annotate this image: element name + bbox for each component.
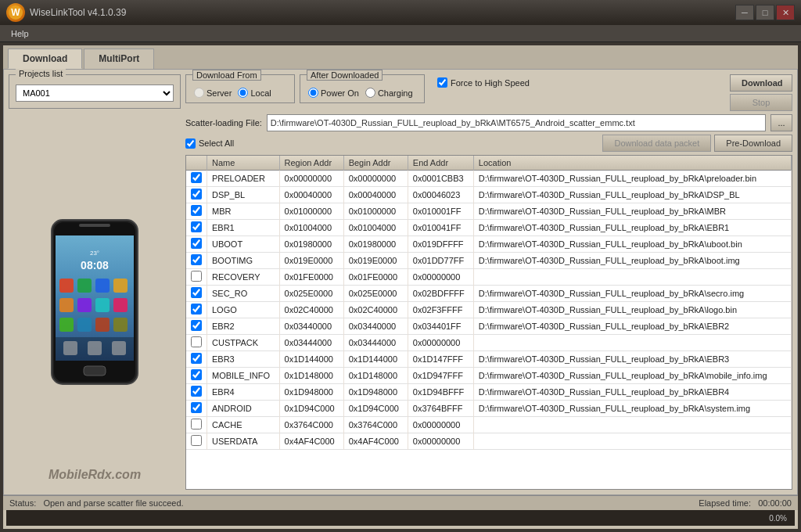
progress-text: 0.0% xyxy=(769,514,787,523)
row-end: 0x00000000 xyxy=(408,417,473,433)
scatter-label: Scatter-loading File: xyxy=(185,118,262,128)
row-checkbox[interactable] xyxy=(191,304,202,315)
right-buttons: Download Stop xyxy=(730,74,792,111)
row-checkbox-cell[interactable] xyxy=(186,286,207,302)
table-row[interactable]: SEC_RO 0x025E0000 0x025E0000 0x02BDFFFF … xyxy=(186,286,792,302)
row-checkbox[interactable] xyxy=(191,221,202,232)
row-checkbox[interactable] xyxy=(191,205,202,216)
table-row[interactable]: PRELOADER 0x00000000 0x00000000 0x0001CB… xyxy=(186,171,792,187)
file-table-container[interactable]: Name Region Addr Begin Addr End Addr Loc… xyxy=(185,155,792,490)
table-row[interactable]: MBR 0x01000000 0x01000000 0x010001FF D:\… xyxy=(186,203,792,220)
row-checkbox-cell[interactable] xyxy=(186,187,207,203)
row-name: BOOTIMG xyxy=(207,253,280,269)
select-all-checkbox[interactable] xyxy=(185,138,196,149)
projects-select[interactable]: MA001 xyxy=(16,84,174,102)
server-radio-label[interactable]: Server xyxy=(194,88,232,98)
table-row[interactable]: BOOTIMG 0x019E0000 0x019E0000 0x01DD77FF… xyxy=(186,253,792,269)
row-begin: 0x01FE0000 xyxy=(343,269,408,286)
row-location: D:\firmware\OT-4030D_Russian_FULL_reuplo… xyxy=(473,187,791,203)
row-end: 0x02BDFFFF xyxy=(408,286,473,302)
stop-button[interactable]: Stop xyxy=(730,94,792,111)
tab-bar: Download MultiPort xyxy=(3,45,798,69)
tab-download[interactable]: Download xyxy=(8,49,82,69)
row-checkbox-cell[interactable] xyxy=(186,253,207,269)
col-location: Location xyxy=(473,156,791,171)
row-checkbox-cell[interactable] xyxy=(186,351,207,368)
row-checkbox-cell[interactable] xyxy=(186,269,207,286)
row-checkbox-cell[interactable] xyxy=(186,384,207,401)
after-downloaded-group: After Downloaded Power On Charging xyxy=(300,74,425,103)
power-on-radio-label[interactable]: Power On xyxy=(308,88,359,98)
charging-radio-label[interactable]: Charging xyxy=(365,88,413,98)
scatter-input[interactable] xyxy=(267,114,766,131)
table-row[interactable]: CUSTPACK 0x03444000 0x03444000 0x0000000… xyxy=(186,335,792,351)
table-row[interactable]: DSP_BL 0x00040000 0x00040000 0x00046023 … xyxy=(186,187,792,203)
svg-text:23°: 23° xyxy=(90,250,99,257)
table-row[interactable]: ANDROID 0x1D94C000 0x1D94C000 0x3764BFFF… xyxy=(186,401,792,417)
row-checkbox-cell[interactable] xyxy=(186,401,207,417)
download-button[interactable]: Download xyxy=(730,74,792,92)
row-region: 0x3764C000 xyxy=(279,417,343,433)
force-high-speed-checkbox[interactable] xyxy=(437,77,447,88)
row-checkbox[interactable] xyxy=(191,254,202,265)
table-row[interactable]: CACHE 0x3764C000 0x3764C000 0x00000000 xyxy=(186,417,792,433)
app-logo: W xyxy=(6,3,25,22)
select-all-label[interactable]: Select All xyxy=(185,138,234,149)
row-checkbox-cell[interactable] xyxy=(186,236,207,253)
table-row[interactable]: EBR3 0x1D144000 0x1D144000 0x1D147FFF D:… xyxy=(186,351,792,368)
maximize-button[interactable]: □ xyxy=(756,5,774,20)
menu-help[interactable]: Help xyxy=(5,27,35,40)
row-checkbox-cell[interactable] xyxy=(186,203,207,220)
row-checkbox-cell[interactable] xyxy=(186,335,207,351)
minimize-button[interactable]: ─ xyxy=(735,5,754,20)
row-checkbox[interactable] xyxy=(191,419,202,430)
row-checkbox[interactable] xyxy=(191,386,202,397)
col-begin: Begin Addr xyxy=(343,156,408,171)
scatter-file-row: Scatter-loading File: ... xyxy=(185,114,792,131)
table-row[interactable]: EBR1 0x01004000 0x01004000 0x010041FF D:… xyxy=(186,220,792,236)
svg-rect-15 xyxy=(113,298,128,312)
row-checkbox[interactable] xyxy=(191,369,202,380)
row-checkbox-cell[interactable] xyxy=(186,318,207,335)
row-checkbox-cell[interactable] xyxy=(186,171,207,187)
row-checkbox[interactable] xyxy=(191,353,202,364)
row-checkbox[interactable] xyxy=(191,287,202,298)
close-button[interactable]: ✕ xyxy=(776,5,795,20)
svg-rect-25 xyxy=(79,224,110,227)
table-row[interactable]: MOBILE_INFO 0x1D148000 0x1D148000 0x1D94… xyxy=(186,368,792,384)
table-row[interactable]: USERDATA 0x4AF4C000 0x4AF4C000 0x0000000… xyxy=(186,433,792,450)
row-checkbox-cell[interactable] xyxy=(186,302,207,318)
row-begin: 0x02C40000 xyxy=(343,302,408,318)
row-checkbox[interactable] xyxy=(191,189,202,200)
row-checkbox[interactable] xyxy=(191,172,202,183)
row-checkbox[interactable] xyxy=(191,271,202,282)
row-checkbox-cell[interactable] xyxy=(186,417,207,433)
statusbar: Status: Open and parse scatter file succ… xyxy=(3,495,798,510)
table-row[interactable]: UBOOT 0x01980000 0x01980000 0x019DFFFF D… xyxy=(186,236,792,253)
after-downloaded-legend: After Downloaded xyxy=(307,70,383,81)
table-row[interactable]: EBR4 0x1D948000 0x1D948000 0x1D94BFFF D:… xyxy=(186,384,792,401)
scatter-browse-button[interactable]: ... xyxy=(770,114,792,131)
row-checkbox[interactable] xyxy=(191,320,202,331)
table-row[interactable]: RECOVERY 0x01FE0000 0x01FE0000 0x0000000… xyxy=(186,269,792,286)
charging-radio[interactable] xyxy=(365,88,375,98)
row-checkbox-cell[interactable] xyxy=(186,368,207,384)
row-checkbox-cell[interactable] xyxy=(186,220,207,236)
table-row[interactable]: LOGO 0x02C40000 0x02C40000 0x02F3FFFF D:… xyxy=(186,302,792,318)
row-checkbox[interactable] xyxy=(191,336,202,347)
server-radio[interactable] xyxy=(194,88,204,98)
row-checkbox-cell[interactable] xyxy=(186,433,207,450)
row-checkbox[interactable] xyxy=(191,435,202,446)
download-from-group: Download From Server Local xyxy=(185,74,295,103)
pre-download-button[interactable]: Pre-Download xyxy=(714,135,792,152)
local-radio[interactable] xyxy=(238,88,248,98)
download-packet-button[interactable]: Download data packet xyxy=(602,135,711,152)
row-checkbox[interactable] xyxy=(191,238,202,249)
force-high-speed-label[interactable]: Force to High Speed xyxy=(437,77,530,88)
local-radio-label[interactable]: Local xyxy=(238,88,271,98)
table-row[interactable]: EBR2 0x03440000 0x03440000 0x034401FF D:… xyxy=(186,318,792,335)
tab-multiport[interactable]: MultiPort xyxy=(84,49,154,69)
row-name: RECOVERY xyxy=(207,269,280,286)
row-checkbox[interactable] xyxy=(191,402,202,413)
power-on-radio[interactable] xyxy=(308,88,318,98)
